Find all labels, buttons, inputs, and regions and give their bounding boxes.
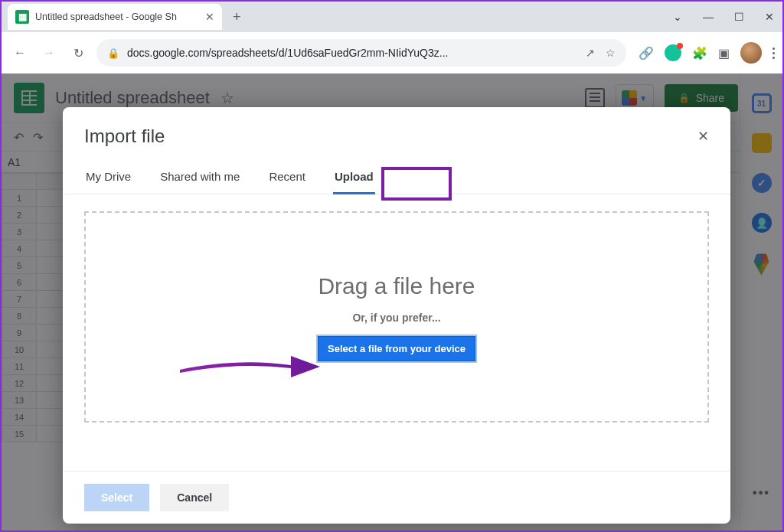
tab-shared-with-me[interactable]: Shared with me [158, 162, 241, 194]
tab-recent[interactable]: Recent [267, 162, 307, 194]
browser-tab-active[interactable]: ▦ Untitled spreadsheet - Google Sh ✕ [8, 4, 222, 30]
modal-footer: Select Cancel [63, 471, 730, 524]
extension-icons: 🔗 🧩 ▣ [639, 42, 775, 64]
window-controls: ⌄ — ☐ ✕ [671, 2, 776, 32]
browser-chrome: ▦ Untitled spreadsheet - Google Sh ✕ + ⌄… [2, 2, 782, 73]
select-button[interactable]: Select [84, 484, 149, 511]
upload-dropzone[interactable]: Drag a file here Or, if you prefer... Se… [84, 211, 709, 423]
bookmark-star-icon[interactable]: ☆ [606, 47, 616, 59]
cancel-button[interactable]: Cancel [160, 484, 229, 511]
tab-upload[interactable]: Upload [333, 162, 375, 194]
import-file-modal: Import file ✕ My Drive Shared with me Re… [63, 107, 730, 524]
profile-avatar[interactable] [740, 42, 762, 64]
new-tab-button[interactable]: + [233, 9, 241, 25]
ext-puzzle-icon[interactable]: 🧩 [692, 46, 707, 60]
address-bar[interactable]: 🔒 docs.google.com/spreadsheets/d/1Ud6saF… [96, 39, 626, 67]
chrome-menu-icon[interactable] [773, 47, 775, 59]
window-close-icon[interactable]: ✕ [763, 11, 776, 23]
url-text: docs.google.com/spreadsheets/d/1Ud6saFue… [127, 47, 578, 59]
modal-close-icon[interactable]: ✕ [697, 128, 709, 145]
modal-title: Import file [84, 126, 165, 147]
window-maximize-icon[interactable]: ☐ [732, 11, 746, 23]
window-dropdown-icon[interactable]: ⌄ [671, 11, 684, 23]
dropzone-headline: Drag a file here [318, 273, 475, 299]
tab-close-icon[interactable]: ✕ [205, 11, 214, 23]
modal-body: Drag a file here Or, if you prefer... Se… [63, 194, 730, 471]
ext-grammarly-icon[interactable] [665, 44, 681, 61]
tab-strip: ▦ Untitled spreadsheet - Google Sh ✕ + ⌄… [2, 2, 782, 32]
nav-reload-button[interactable]: ↻ [67, 42, 89, 64]
tab-my-drive[interactable]: My Drive [84, 162, 132, 194]
nav-back-button[interactable]: ← [9, 42, 31, 64]
modal-header: Import file ✕ [63, 107, 730, 155]
nav-forward-button[interactable]: → [38, 42, 60, 64]
ext-link-icon[interactable]: 🔗 [639, 46, 654, 60]
share-url-icon[interactable]: ↗ [586, 47, 595, 59]
dropzone-subline: Or, if you prefer... [352, 312, 440, 324]
lock-icon: 🔒 [107, 47, 119, 59]
window-minimize-icon[interactable]: — [701, 11, 715, 23]
modal-tabs: My Drive Shared with me Recent Upload [63, 155, 730, 194]
tab-title: Untitled spreadsheet - Google Sh [35, 11, 199, 22]
address-row: ← → ↻ 🔒 docs.google.com/spreadsheets/d/1… [2, 32, 782, 73]
select-file-button[interactable]: Select a file from your device [318, 336, 475, 361]
sheets-favicon: ▦ [15, 10, 29, 24]
ext-reader-icon[interactable]: ▣ [718, 46, 730, 60]
